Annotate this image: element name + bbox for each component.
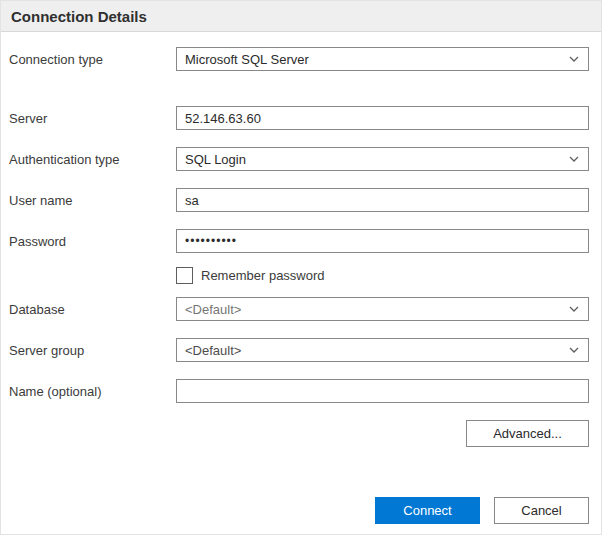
database-label: Database (9, 302, 176, 317)
connection-form: Connection type Microsoft SQL Server Ser… (1, 32, 601, 447)
row-database: Database <Default> (9, 297, 589, 321)
dialog-header: Connection Details (1, 1, 601, 32)
row-server-group: Server group <Default> (9, 338, 589, 362)
database-value: <Default> (185, 302, 241, 317)
chevron-down-icon (568, 153, 580, 165)
row-server: Server (9, 106, 589, 130)
row-user-name: User name (9, 188, 589, 212)
advanced-button[interactable]: Advanced... (466, 420, 589, 447)
database-dropdown[interactable]: <Default> (176, 297, 589, 321)
row-connection-type: Connection type Microsoft SQL Server (9, 47, 589, 71)
connection-type-label: Connection type (9, 52, 176, 67)
remember-password-checkbox[interactable] (176, 267, 193, 284)
server-input[interactable] (176, 106, 589, 130)
name-optional-label: Name (optional) (9, 384, 176, 399)
connect-button[interactable]: Connect (375, 497, 480, 524)
chevron-down-icon (568, 344, 580, 356)
password-input[interactable] (176, 229, 589, 253)
remember-password-row: Remember password (176, 267, 589, 284)
row-password: Password (9, 229, 589, 253)
password-label: Password (9, 234, 176, 249)
dialog-footer: Connect Cancel (375, 497, 589, 524)
connection-type-value: Microsoft SQL Server (185, 52, 309, 67)
server-group-value: <Default> (185, 343, 241, 358)
remember-password-label: Remember password (201, 268, 325, 283)
chevron-down-icon (568, 53, 580, 65)
server-group-dropdown[interactable]: <Default> (176, 338, 589, 362)
cancel-button[interactable]: Cancel (494, 497, 589, 524)
server-group-label: Server group (9, 343, 176, 358)
dialog-title: Connection Details (11, 8, 147, 25)
chevron-down-icon (568, 303, 580, 315)
row-authentication-type: Authentication type SQL Login (9, 147, 589, 171)
user-name-label: User name (9, 193, 176, 208)
connection-details-dialog: Connection Details Connection type Micro… (0, 0, 602, 535)
authentication-type-label: Authentication type (9, 152, 176, 167)
user-name-input[interactable] (176, 188, 589, 212)
row-name-optional: Name (optional) (9, 379, 589, 403)
server-label: Server (9, 111, 176, 126)
name-optional-input[interactable] (176, 379, 589, 403)
authentication-type-value: SQL Login (185, 152, 246, 167)
authentication-type-dropdown[interactable]: SQL Login (176, 147, 589, 171)
connection-type-dropdown[interactable]: Microsoft SQL Server (176, 47, 589, 71)
advanced-row: Advanced... (9, 420, 589, 447)
